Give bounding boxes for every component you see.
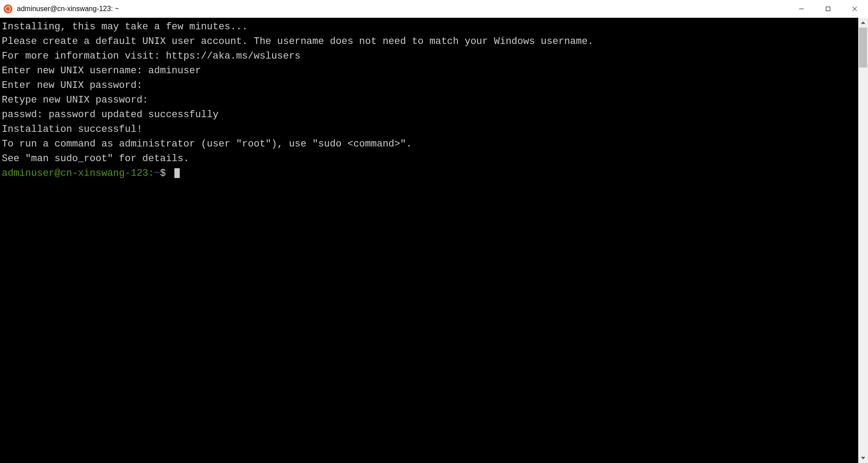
close-button[interactable] bbox=[841, 0, 868, 18]
prompt-symbol: $ bbox=[160, 168, 171, 179]
window-title: adminuser@cn-xinswang-123: ~ bbox=[17, 5, 788, 13]
svg-point-3 bbox=[8, 6, 10, 8]
terminal-line: Retype new UNIX password: bbox=[2, 93, 856, 107]
scroll-thumb[interactable] bbox=[859, 28, 867, 67]
prompt-path: ~ bbox=[154, 168, 160, 179]
svg-rect-6 bbox=[826, 7, 830, 11]
minimize-button[interactable] bbox=[788, 0, 815, 18]
prompt-colon: : bbox=[148, 168, 154, 179]
terminal-cursor bbox=[174, 168, 180, 178]
terminal-wrapper: Installing, this may take a few minutes.… bbox=[0, 18, 868, 463]
titlebar: adminuser@cn-xinswang-123: ~ bbox=[0, 0, 868, 18]
maximize-button[interactable] bbox=[815, 0, 841, 18]
scroll-up-arrow[interactable] bbox=[858, 18, 868, 28]
terminal[interactable]: Installing, this may take a few minutes.… bbox=[0, 18, 858, 463]
terminal-line: Please create a default UNIX user accoun… bbox=[2, 34, 856, 49]
terminal-line: For more information visit: https://aka.… bbox=[2, 49, 856, 63]
scroll-track[interactable] bbox=[858, 28, 868, 453]
terminal-line: To run a command as administrator (user … bbox=[2, 137, 856, 151]
scroll-down-arrow[interactable] bbox=[858, 453, 868, 463]
prompt-user-host: adminuser@cn-xinswang-123 bbox=[2, 168, 148, 179]
terminal-prompt: adminuser@cn-xinswang-123:~$ bbox=[2, 166, 856, 181]
ubuntu-icon bbox=[4, 4, 12, 13]
terminal-line: Enter new UNIX password: bbox=[2, 78, 856, 93]
terminal-line: See "man sudo_root" for details. bbox=[2, 151, 856, 166]
terminal-line: passwd: password updated successfully bbox=[2, 107, 856, 122]
scrollbar[interactable] bbox=[858, 18, 868, 463]
svg-point-2 bbox=[4, 8, 6, 10]
window-controls bbox=[788, 0, 868, 18]
terminal-line: Installing, this may take a few minutes.… bbox=[2, 20, 856, 34]
terminal-line: Installation successful! bbox=[2, 122, 856, 137]
terminal-line: Enter new UNIX username: adminuser bbox=[2, 63, 856, 78]
svg-point-4 bbox=[8, 10, 10, 12]
